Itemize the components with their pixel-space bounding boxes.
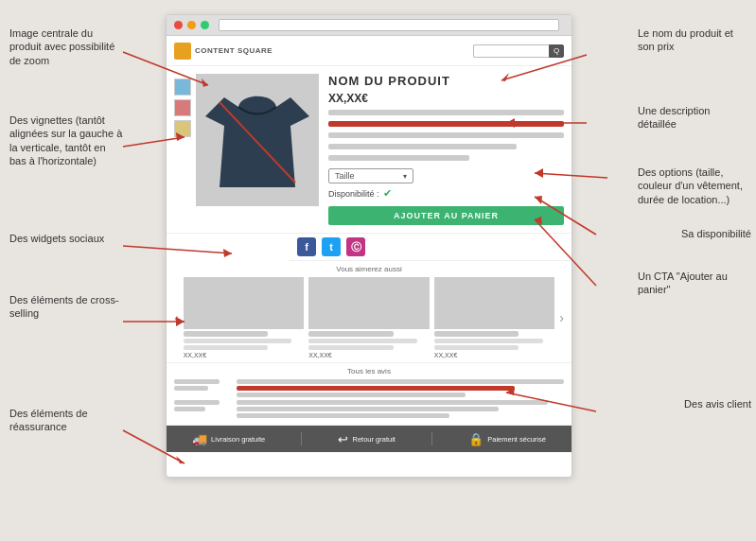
annotation-image-centrale: Image centrale du produit avec possibili… — [9, 26, 123, 67]
desc-line-5 — [328, 155, 469, 161]
search-input[interactable] — [473, 44, 549, 58]
check-icon: ✔ — [383, 187, 392, 200]
site-header: CONTENT SQUARE Q — [167, 36, 571, 66]
footer-livraison: 🚚 Livraison gratuite — [192, 432, 265, 446]
annotation-description: Une description détaillée — [638, 104, 751, 131]
thumbnail-2[interactable] — [174, 99, 191, 116]
review-left-1 — [174, 379, 231, 391]
cs-price-text-1: XX,XX€ — [184, 352, 305, 358]
product-name: NOM DU PRODUIT — [328, 74, 564, 88]
cs-desc-1b — [184, 345, 268, 350]
minimize-dot[interactable] — [187, 21, 196, 29]
logo-text: CONTENT SQUARE — [195, 46, 273, 55]
size-select-label: Taille — [335, 171, 355, 181]
rr-1 — [237, 379, 564, 384]
desc-line-2 — [328, 121, 564, 127]
cs-price-1 — [184, 331, 268, 337]
search-bar: Q — [473, 44, 564, 58]
search-icon: Q — [554, 46, 559, 55]
rr-3 — [237, 393, 466, 397]
cs-img-3[interactable] — [434, 277, 555, 329]
rr-2 — [237, 386, 515, 391]
rl-1 — [174, 379, 220, 384]
footer-bar: 🚚 Livraison gratuite ↩ Retour gratuit 🔒 … — [167, 426, 571, 452]
product-left — [174, 74, 319, 225]
review-right-2 — [237, 400, 564, 418]
truck-icon: 🚚 — [192, 432, 207, 446]
cross-sell-items: ‹ XX,XX€ XX,XX€ — [174, 277, 564, 358]
annotation-avis: Des avis client — [684, 397, 751, 410]
url-bar[interactable] — [219, 19, 559, 31]
annotation-widgets: Des widgets sociaux — [9, 232, 104, 245]
rl-4 — [174, 407, 205, 411]
product-tshirt-svg — [205, 83, 309, 197]
review-right-1 — [237, 379, 564, 397]
logo-area: CONTENT SQUARE — [174, 43, 273, 60]
reviews-title: Tous les avis — [174, 367, 564, 375]
product-right: NOM DU PRODUIT XX,XX€ Taille ▾ Dis — [328, 74, 564, 225]
search-button[interactable]: Q — [549, 44, 564, 58]
cs-img-2[interactable] — [308, 277, 430, 329]
annotation-vignettes: Des vignettes (tantôt alignées sur la ga… — [9, 113, 123, 167]
footer-paiement-text: Paiement sécurisé — [487, 435, 546, 444]
product-price: XX,XX€ — [328, 92, 564, 105]
browser-content: CONTENT SQUARE Q — [167, 36, 571, 477]
cs-desc-2a — [308, 339, 417, 343]
chevron-down-icon: ▾ — [403, 172, 407, 181]
add-to-cart-button[interactable]: AJOUTER AU PANIER — [328, 206, 564, 225]
cross-sell-item-1: XX,XX€ — [184, 277, 305, 358]
footer-divider-1 — [301, 432, 302, 445]
review-left-2 — [174, 400, 231, 411]
main-product-image[interactable] — [196, 74, 319, 206]
cross-sell-item-2: XX,XX€ — [308, 277, 430, 358]
cs-desc-3a — [434, 339, 543, 343]
return-icon: ↩ — [338, 432, 348, 446]
product-area: NOM DU PRODUIT XX,XX€ Taille ▾ Dis — [167, 66, 571, 234]
cs-price-2 — [308, 331, 393, 337]
annotation-nom-produit: Le nom du produit et son prix — [638, 26, 751, 54]
maximize-dot[interactable] — [201, 21, 209, 29]
availability-label: Disponibilité : — [328, 189, 379, 199]
footer-retour: ↩ Retour gratuit — [338, 432, 395, 446]
annotation-options: Des options (taille, couleur d'un vêteme… — [638, 166, 751, 206]
desc-line-3 — [328, 132, 564, 138]
facebook-icon[interactable]: f — [297, 237, 316, 256]
reviews-section: Tous les avis — [167, 363, 571, 426]
cs-price-text-2: XX,XX€ — [308, 352, 430, 358]
footer-livraison-text: Livraison gratuite — [211, 435, 265, 444]
twitter-icon[interactable]: t — [322, 237, 341, 256]
close-dot[interactable] — [174, 21, 183, 29]
review-row-1 — [174, 379, 564, 397]
rr-5 — [237, 407, 499, 411]
annotation-reassurance: Des éléments de réassurance — [9, 407, 123, 434]
thumbnail-1[interactable] — [174, 79, 191, 96]
lock-icon: 🔒 — [468, 432, 483, 446]
desc-line-4 — [328, 144, 517, 149]
cross-sell-item-3: XX,XX€ — [434, 277, 555, 358]
social-area: f t Ⓒ — [290, 234, 571, 261]
rr-4 — [237, 400, 548, 405]
browser-titlebar — [167, 15, 571, 36]
rl-2 — [174, 386, 208, 391]
size-select[interactable]: Taille ▾ — [328, 168, 413, 183]
prev-arrow[interactable]: ‹ — [174, 310, 179, 325]
footer-divider-2 — [431, 432, 432, 445]
availability: Disponibilité : ✔ — [328, 187, 564, 200]
option-select-area: Taille ▾ — [328, 168, 564, 183]
annotation-cta: Un CTA "Ajouter au panier" — [638, 270, 751, 297]
annotation-disponibilite: Sa disponibilité — [681, 227, 751, 240]
rr-6 — [237, 413, 449, 418]
instagram-icon[interactable]: Ⓒ — [346, 237, 365, 256]
cs-price-3 — [434, 331, 519, 337]
cs-desc-1a — [184, 339, 292, 343]
review-row-2 — [174, 400, 564, 418]
footer-retour-text: Retour gratuit — [352, 435, 395, 444]
desc-line-1 — [328, 110, 564, 115]
footer-paiement: 🔒 Paiement sécurisé — [468, 432, 546, 446]
cs-desc-2b — [308, 345, 393, 350]
next-arrow[interactable]: › — [559, 310, 564, 325]
browser-window: CONTENT SQUARE Q — [166, 14, 572, 478]
cs-img-1[interactable] — [184, 277, 305, 329]
logo-icon — [174, 43, 191, 60]
thumbnail-3[interactable] — [174, 120, 191, 137]
